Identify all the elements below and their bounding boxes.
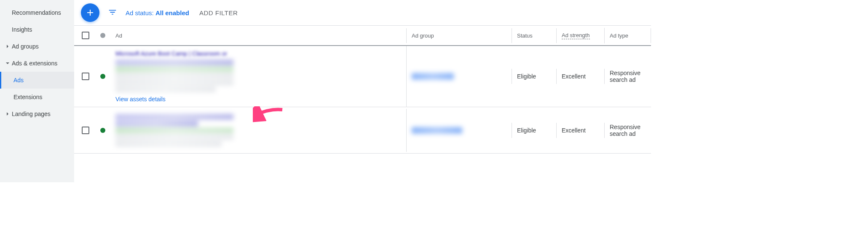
row-checkbox-cell xyxy=(74,73,95,80)
add-filter-label: ADD FILTER xyxy=(199,9,238,16)
type-cell: Responsive search ad xyxy=(605,119,651,141)
status-dot-enabled-icon xyxy=(100,74,105,79)
header-adgroup[interactable]: Ad group xyxy=(407,28,512,43)
redacted-content xyxy=(115,59,233,93)
status-dot-icon xyxy=(100,33,105,38)
sidebar-item-insights[interactable]: Insights xyxy=(0,21,74,38)
sidebar-item-recommendations[interactable]: Recommendations xyxy=(0,4,74,21)
add-button[interactable] xyxy=(81,3,99,22)
row-status-dot-cell xyxy=(95,74,110,79)
sidebar-subitem-extensions[interactable]: Extensions xyxy=(0,89,74,105)
plus-icon xyxy=(85,8,95,18)
header-ad[interactable]: Ad xyxy=(110,28,407,43)
strength-cell: Excellent xyxy=(557,123,605,138)
sidebar-label: Ads xyxy=(13,77,24,84)
sidebar-label: Extensions xyxy=(13,94,42,100)
sidebar-label: Ads & extensions xyxy=(12,60,57,67)
table-row[interactable]: Eligible Excellent Responsive search ad xyxy=(74,107,651,154)
sidebar-item-ads-extensions[interactable]: Ads & extensions xyxy=(0,55,74,72)
view-assets-link[interactable]: View assets details xyxy=(115,96,401,103)
filter-icon[interactable] xyxy=(106,6,119,20)
row-checkbox[interactable] xyxy=(82,127,89,134)
adgroup-cell xyxy=(407,123,512,138)
filter-chip-ad-status[interactable]: Ad status: All enabled xyxy=(126,9,189,16)
chevron-down-icon xyxy=(3,62,12,65)
header-checkbox-cell xyxy=(74,32,95,39)
toolbar: Ad status: All enabled ADD FILTER xyxy=(74,0,651,25)
table-header: Ad Ad group Status Ad strength Ad type xyxy=(74,26,651,46)
filter-label: Ad status: xyxy=(126,9,155,16)
sidebar-label: Landing pages xyxy=(12,111,51,117)
table-row[interactable]: Microsoft Azure Boot Camp | Classroom or… xyxy=(74,46,651,107)
adgroup-cell xyxy=(407,69,512,84)
row-checkbox-cell xyxy=(74,127,95,134)
strength-cell: Excellent xyxy=(557,69,605,84)
sidebar-subitem-ads[interactable]: Ads xyxy=(0,72,74,89)
sidebar-item-ad-groups[interactable]: Ad groups xyxy=(0,38,74,55)
status-cell: Eligible xyxy=(512,123,557,138)
header-type[interactable]: Ad type xyxy=(605,28,651,43)
filter-value: All enabled xyxy=(155,9,189,16)
header-status-dot-cell xyxy=(95,33,110,38)
row-status-dot-cell xyxy=(95,128,110,133)
sidebar-label: Insights xyxy=(12,26,32,33)
sidebar: Recommendations Insights Ad groups Ads &… xyxy=(0,0,74,182)
status-cell: Eligible xyxy=(512,69,557,84)
ad-title-link[interactable]: Microsoft Azure Boot Camp | Classroom or xyxy=(115,50,401,57)
header-strength[interactable]: Ad strength xyxy=(557,28,605,43)
redacted-content xyxy=(412,73,454,80)
ad-cell xyxy=(110,109,407,152)
chevron-right-icon xyxy=(3,45,12,48)
type-cell: Responsive search ad xyxy=(605,65,651,87)
sidebar-item-landing-pages[interactable]: Landing pages xyxy=(0,105,74,122)
sidebar-label: Recommendations xyxy=(12,9,61,16)
status-dot-enabled-icon xyxy=(100,128,105,133)
redacted-content xyxy=(412,127,462,134)
ad-cell: Microsoft Azure Boot Camp | Classroom or… xyxy=(110,46,407,107)
sidebar-label: Ad groups xyxy=(12,43,39,50)
select-all-checkbox[interactable] xyxy=(82,32,89,39)
chevron-right-icon xyxy=(3,112,12,116)
add-filter-button[interactable]: ADD FILTER xyxy=(199,9,238,16)
ads-table: Ad Ad group Status Ad strength Ad type M… xyxy=(74,25,651,182)
main-content: Ad status: All enabled ADD FILTER Ad Ad … xyxy=(74,0,651,182)
redacted-content xyxy=(115,113,233,148)
header-status[interactable]: Status xyxy=(512,28,557,43)
row-checkbox[interactable] xyxy=(82,73,89,80)
